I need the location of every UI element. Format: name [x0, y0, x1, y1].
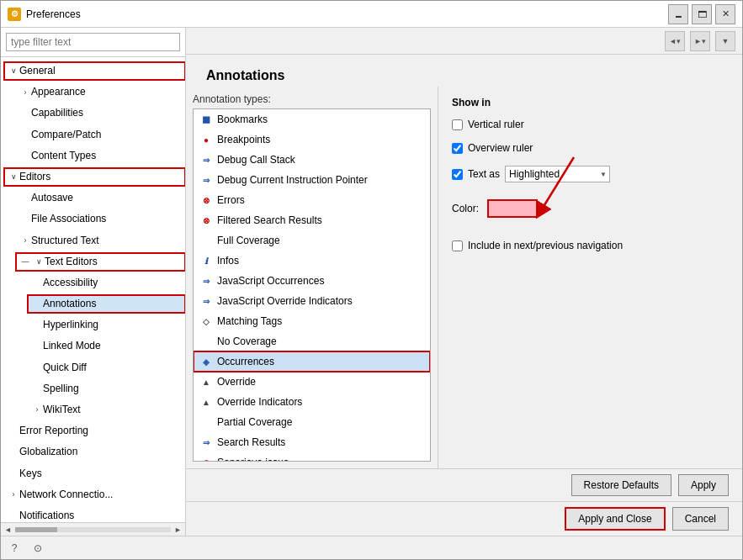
sidebar-item-appearance[interactable]: › Appearance: [1, 82, 185, 103]
cancel-button[interactable]: Cancel: [672, 507, 729, 531]
close-button[interactable]: ✕: [715, 4, 735, 24]
sidebar-item-error-reporting[interactable]: Error Reporting: [1, 420, 185, 441]
text-as-label[interactable]: Text as: [468, 168, 500, 180]
right-panel: ◄▾ ►▾ ▼ Annotations Annotation types:: [186, 28, 742, 536]
ann-item-debug-current[interactable]: ⇒ Debug Current Instruction Pointer: [194, 170, 430, 190]
help-icon[interactable]: ?: [8, 542, 21, 555]
sidebar: ∨ General › Appearance Capabilities: [1, 28, 186, 536]
ann-item-no-coverage[interactable]: No Coverage: [194, 331, 430, 351]
text-as-row: Text as Highlighted Box Underline Squigg…: [452, 164, 729, 184]
sidebar-scroll-right[interactable]: ►: [174, 526, 182, 534]
occurrences-icon: ◈: [200, 356, 212, 367]
ann-item-js-occurrences[interactable]: ⇒ JavaScript Occurrences: [194, 271, 430, 291]
expander-icon: [31, 277, 43, 288]
back-button[interactable]: ◄▾: [665, 31, 685, 51]
ann-item-partial-coverage[interactable]: Partial Coverage: [194, 412, 430, 432]
ann-item-matching-tags[interactable]: ◇ Matching Tags: [194, 311, 430, 331]
ann-item-debug-callstack[interactable]: ⇒ Debug Call Stack: [194, 150, 430, 170]
overview-ruler-label[interactable]: Overview ruler: [468, 142, 533, 154]
expander-icon: ›: [19, 235, 31, 246]
color-swatch[interactable]: [487, 199, 538, 218]
show-in-label: Show in: [452, 97, 729, 108]
expander-icon: ∨: [8, 172, 19, 183]
sidebar-item-wikitext[interactable]: › WikiText: [1, 399, 185, 420]
ann-item-filtered[interactable]: ⊗ Filtered Search Results: [194, 210, 430, 230]
vertical-ruler-checkbox[interactable]: [452, 119, 463, 130]
sidebar-item-hyperlinking[interactable]: Hyperlinking: [1, 314, 185, 335]
sidebar-item-autosave[interactable]: Autosave: [1, 188, 185, 209]
panel-header: Annotations: [186, 55, 742, 87]
debug-callstack-icon: ⇒: [200, 154, 212, 166]
ann-item-breakpoints[interactable]: ● Breakpoints: [194, 129, 430, 150]
include-nav-label[interactable]: Include in next/previous navigation: [468, 240, 623, 251]
sidebar-item-globalization[interactable]: Globalization: [1, 441, 185, 462]
overview-ruler-row: Overview ruler: [452, 140, 729, 156]
settings-icon[interactable]: ⊙: [31, 542, 45, 555]
sidebar-item-accessibility[interactable]: Accessibility: [1, 272, 185, 293]
sidebar-item-text-editors[interactable]: — ∨ Text Editors: [1, 251, 185, 272]
color-row: Color:: [452, 199, 729, 218]
sidebar-item-structured-text[interactable]: › Structured Text: [1, 230, 185, 251]
ann-item-bookmarks[interactable]: ◼ Bookmarks: [194, 109, 430, 129]
sidebar-item-editors[interactable]: ∨ Editors: [1, 166, 185, 188]
ann-item-override[interactable]: ▲ Override: [194, 372, 430, 392]
sidebar-item-quick-diff[interactable]: Quick Diff: [1, 357, 185, 378]
sidebar-item-annotations[interactable]: Annotations: [1, 293, 185, 314]
sidebar-item-keys[interactable]: Keys: [1, 463, 185, 484]
tree-view: ∨ General › Appearance Capabilities: [1, 57, 185, 522]
ann-item-errors[interactable]: ⊗ Errors: [194, 190, 430, 210]
no-coverage-icon: [200, 335, 212, 347]
vertical-ruler-row: Vertical ruler: [452, 117, 729, 132]
sidebar-scroll-left[interactable]: ◄: [4, 526, 12, 534]
sidebar-item-compare-patch[interactable]: Compare/Patch: [1, 124, 185, 145]
bookmark-icon: ◼: [200, 114, 212, 125]
vertical-ruler-label[interactable]: Vertical ruler: [468, 119, 524, 130]
expander-icon: [19, 150, 31, 161]
window-title: Preferences: [26, 8, 668, 20]
sidebar-item-file-assoc[interactable]: File Associations: [1, 209, 185, 230]
window-controls: 🗕 🗖 ✕: [668, 4, 735, 24]
ann-item-override-ind[interactable]: ▲ Override Indicators: [194, 392, 430, 412]
expander-icon: [8, 425, 19, 437]
search-input[interactable]: [6, 33, 180, 51]
override-indicators-icon: ▲: [200, 396, 212, 408]
minimize-button[interactable]: 🗕: [668, 4, 688, 24]
settings-panel: Show in Vertical ruler Overview ruler: [438, 87, 742, 468]
sidebar-item-linked-mode[interactable]: Linked Mode: [1, 335, 185, 357]
expander-icon: [31, 341, 43, 352]
sidebar-item-network-conn[interactable]: › Network Connectio...: [1, 484, 185, 505]
filtered-icon: ⊗: [200, 214, 212, 226]
include-nav-checkbox[interactable]: [452, 240, 463, 251]
sidebar-item-general[interactable]: ∨ General: [1, 61, 185, 82]
app-icon: ⚙: [8, 8, 21, 21]
ann-item-infos[interactable]: ℹ Infos: [194, 251, 430, 271]
text-as-checkbox[interactable]: [452, 169, 463, 180]
search-box: [1, 28, 185, 57]
apply-button[interactable]: Apply: [678, 474, 729, 496]
text-as-select[interactable]: Highlighted Box Underline Squiggly under…: [505, 166, 610, 182]
sidebar-item-capabilities[interactable]: Capabilities: [1, 103, 185, 124]
sidebar-item-spelling[interactable]: Spelling: [1, 378, 185, 399]
sidebar-item-content-types[interactable]: Content Types: [1, 145, 185, 166]
menu-button[interactable]: ▼: [715, 31, 735, 51]
apply-and-close-button[interactable]: Apply and Close: [565, 507, 665, 531]
search-results-icon: ⇒: [200, 436, 212, 448]
js-override-icon: ⇒: [200, 295, 212, 307]
ann-item-sonar[interactable]: ⊗ Sonarjava issue: [194, 452, 430, 462]
sidebar-scrollbar-thumb: [15, 527, 57, 532]
expander-icon: [31, 320, 43, 331]
ann-item-full-coverage[interactable]: Full Coverage: [194, 230, 430, 251]
bottom-buttons-row2: Apply and Close Cancel: [186, 501, 742, 536]
forward-button[interactable]: ►▾: [690, 31, 710, 51]
maximize-button[interactable]: 🗖: [692, 4, 712, 24]
expander-icon: [31, 362, 43, 373]
expander-icon: ›: [19, 87, 31, 98]
overview-ruler-checkbox[interactable]: [452, 143, 463, 154]
sidebar-item-notifications[interactable]: Notifications: [1, 505, 185, 522]
panel-title: Annotations: [199, 61, 729, 87]
ann-item-search-results[interactable]: ⇒ Search Results: [194, 432, 430, 452]
ann-item-js-override[interactable]: ⇒ JavaScript Override Indicators: [194, 291, 430, 311]
ann-item-occurrences[interactable]: ◈ Occurrences: [194, 351, 430, 372]
partial-coverage-icon: [200, 416, 212, 428]
restore-defaults-button[interactable]: Restore Defaults: [571, 474, 671, 496]
